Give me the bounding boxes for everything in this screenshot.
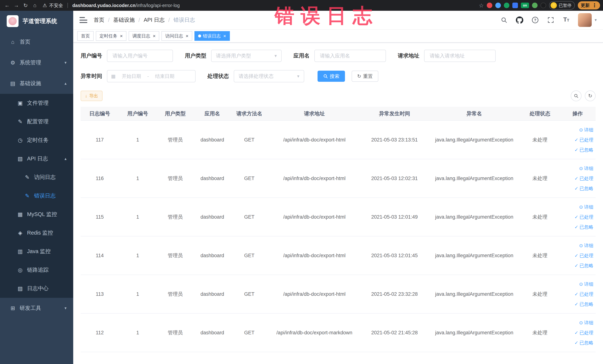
extension-icon[interactable] <box>487 3 492 8</box>
sidebar-item-api-log[interactable]: ▧API 日志▴ <box>0 150 73 168</box>
cell-status: 未处理 <box>520 159 560 198</box>
breadcrumb-item[interactable]: 首页 <box>94 16 104 24</box>
detail-link[interactable]: ⊙详细 <box>561 318 593 328</box>
tab-job-log[interactable]: 调度日志× <box>129 31 159 41</box>
tab-home[interactable]: 首页 <box>77 31 94 41</box>
detail-link[interactable]: ⊙详细 <box>561 163 593 173</box>
processed-link[interactable]: ✓已处理 <box>561 289 593 299</box>
bookmark-star-icon[interactable]: ☆ <box>479 2 484 9</box>
profile-avatar-icon <box>551 2 557 9</box>
processed-link[interactable]: ✓已处理 <box>561 135 593 145</box>
processed-link[interactable]: ✓已处理 <box>561 250 593 260</box>
extension-icon[interactable] <box>541 3 546 8</box>
close-icon[interactable]: × <box>153 34 156 38</box>
browser-home-icon[interactable]: ⌂ <box>31 1 39 10</box>
sidebar-item-system-manage[interactable]: ⚙系统管理▾ <box>0 52 73 73</box>
ignore-link[interactable]: ✓已忽略 <box>561 260 593 270</box>
sidebar-item-label: 访问日志 <box>34 174 56 181</box>
reset-button[interactable]: ↻ 重置 <box>352 71 378 82</box>
log-center-icon: ▨ <box>16 285 24 292</box>
search-icon[interactable] <box>500 16 508 24</box>
processed-link[interactable]: ✓已处理 <box>561 173 593 183</box>
cell-url: /api/infra/db-doc/export-html <box>268 275 361 313</box>
fullscreen-icon[interactable] <box>547 16 555 24</box>
sidebar-item-java-monitor[interactable]: ▥Java 监控 <box>0 242 73 261</box>
chevron-up-icon: ▴ <box>65 81 67 86</box>
sidebar-item-home[interactable]: ⌂首页 <box>0 32 73 52</box>
detail-link[interactable]: ⊙详细 <box>561 240 593 250</box>
profile-paused-chip[interactable]: 已暂停 <box>549 1 575 10</box>
close-icon[interactable]: × <box>120 34 123 38</box>
end-date-input[interactable] <box>150 73 179 79</box>
breadcrumb-item[interactable]: API 日志 <box>144 16 165 24</box>
extension-icon[interactable] <box>512 3 518 8</box>
github-icon[interactable] <box>516 16 523 24</box>
app-name-input[interactable] <box>314 50 386 62</box>
sidebar-item-trace[interactable]: ◎链路追踪 <box>0 261 73 279</box>
address-bar[interactable]: dashboard.yudao.iocoder.cn/infra/log/api… <box>72 3 180 8</box>
sidebar-item-error-log[interactable]: ✎错误日志 <box>0 187 73 205</box>
tab-access-log[interactable]: 访问日志× <box>162 31 192 41</box>
breadcrumb-item[interactable]: 基础设施 <box>113 16 135 24</box>
tab-cron-job[interactable]: 定时任务× <box>96 31 127 41</box>
sidebar-item-access-log[interactable]: ✎访问日志 <box>0 168 73 187</box>
toggle-search-button[interactable] <box>571 91 581 101</box>
svg-text:?: ? <box>534 18 536 22</box>
sidebar-item-mysql-monitor[interactable]: ▦MySQL 监控 <box>0 205 73 224</box>
close-icon[interactable]: × <box>186 34 188 38</box>
process-status-select[interactable]: 请选择处理状态 ▾ <box>234 70 304 82</box>
sidebar-item-dev-tools[interactable]: ⊞研发工具▾ <box>0 298 73 318</box>
user-id-input[interactable] <box>107 50 173 62</box>
ignore-link[interactable]: ✓已忽略 <box>561 183 593 193</box>
logo[interactable]: 芋道管理系统 <box>0 11 73 32</box>
back-icon[interactable]: ← <box>3 1 11 10</box>
processed-link[interactable]: ✓已处理 <box>561 328 593 338</box>
user-menu[interactable]: ▾ <box>578 13 597 27</box>
ignore-link[interactable]: ✓已忽略 <box>561 145 593 155</box>
search-button[interactable]: 搜索 <box>318 71 345 82</box>
detail-link[interactable]: ⊙详细 <box>561 279 593 289</box>
table-toolbar: ↓ 导出 ↻ <box>81 91 596 101</box>
detail-link[interactable]: ⊙详细 <box>561 125 593 135</box>
sidebar-item-log-center[interactable]: ▨日志中心 <box>0 279 73 298</box>
extension-icon[interactable] <box>504 3 509 8</box>
check-icon: ✓ <box>574 176 578 181</box>
sidebar-item-redis-monitor[interactable]: ◈Redis 监控 <box>0 224 73 242</box>
user-type-select[interactable]: 请选择用户类型 ▾ <box>211 50 282 62</box>
url-host: dashboard.yudao.iocoder.cn <box>72 3 135 8</box>
request-url-input[interactable] <box>424 50 496 62</box>
ignore-link[interactable]: ✓已忽略 <box>561 222 593 232</box>
exception-time-range-picker[interactable]: ▦ - <box>107 70 196 82</box>
reload-icon[interactable]: ↻ <box>22 1 30 10</box>
sidebar-item-cron-job[interactable]: ◷定时任务 <box>0 131 73 150</box>
cell-user_type: 管理员 <box>157 313 194 352</box>
ignore-link[interactable]: ✓已忽略 <box>561 338 593 348</box>
tab-error-log[interactable]: 错误日志× <box>195 31 230 41</box>
start-date-input[interactable] <box>117 73 146 79</box>
export-button[interactable]: ↓ 导出 <box>81 91 103 101</box>
cell-time: 2021-05-03 12:02:31 <box>361 159 428 198</box>
processed-link[interactable]: ✓已处理 <box>561 212 593 222</box>
browser-update-button[interactable]: 更新 ⋮ <box>578 1 600 10</box>
extension-icon[interactable] <box>532 3 538 8</box>
cell-status: 未处理 <box>520 236 560 275</box>
extension-icon[interactable] <box>495 3 501 8</box>
font-size-icon[interactable]: TT <box>562 16 570 24</box>
close-icon[interactable]: × <box>223 34 226 38</box>
sidebar-item-config-manage[interactable]: ✎配置管理 <box>0 112 73 131</box>
sidebar-item-infrastructure[interactable]: ▤基础设施▴ <box>0 73 73 94</box>
extension-on-badge[interactable]: on <box>521 3 529 8</box>
main-area: 首页/基础设施/API 日志/错误日志 ? TT ▾ <box>73 11 603 364</box>
filter-label: 异常时间 <box>81 72 102 80</box>
chevron-down-icon: ▾ <box>275 53 277 59</box>
detail-link[interactable]: ⊙详细 <box>561 202 593 212</box>
help-icon[interactable]: ? <box>531 16 539 24</box>
ignore-link[interactable]: ✓已忽略 <box>561 299 593 309</box>
forward-icon[interactable]: → <box>12 1 20 10</box>
refresh-table-button[interactable]: ↻ <box>585 91 596 101</box>
hamburger-icon[interactable] <box>80 17 87 23</box>
security-chip[interactable]: ⚠ 不安全 <box>43 2 63 9</box>
sidebar-item-file-manage[interactable]: ▣文件管理 <box>0 94 73 112</box>
table-header-row: 日志编号用户编号用户类型应用名请求方法名请求地址异常发生时间异常名处理状态操作 <box>81 107 596 120</box>
eye-icon: ⊙ <box>579 127 583 132</box>
